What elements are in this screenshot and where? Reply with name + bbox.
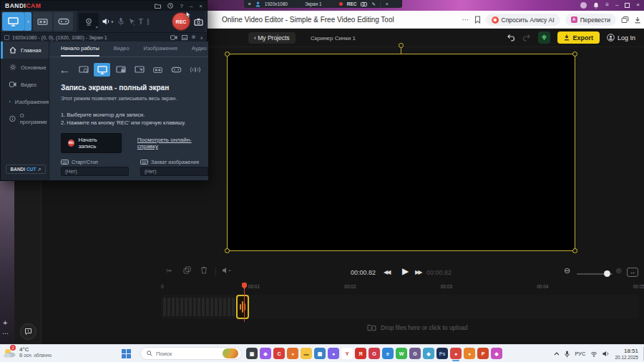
game-recording-mode-button[interactable] — [54, 12, 73, 31]
app-edge[interactable]: e — [382, 348, 394, 359]
app-krita[interactable]: ◆ — [491, 348, 502, 359]
my-projects-back-button[interactable]: ‹ My Projects — [248, 32, 296, 44]
screenshot-button[interactable] — [194, 18, 203, 26]
app-whatsapp[interactable]: W — [396, 348, 407, 359]
collections-icon[interactable] — [621, 16, 629, 24]
cut-icon[interactable]: ✂ — [166, 267, 172, 275]
more-actions-icon[interactable]: ⋯ — [462, 16, 469, 24]
sidebar-item-home[interactable]: Главная — [1, 41, 49, 59]
bookmark-icon[interactable] — [474, 16, 481, 24]
bandicam-titlebar[interactable]: BANDICAM ? – × — [1, 1, 207, 11]
window-minimize-button[interactable]: – — [615, 1, 618, 9]
app-explorer[interactable]: ▬ — [301, 348, 312, 359]
zoom-out-icon[interactable]: ⊖ — [564, 266, 570, 275]
pause-button[interactable]: ∥ — [147, 18, 150, 25]
recording-clip[interactable] — [236, 295, 249, 319]
tab-getting-started[interactable]: Начало работы — [61, 45, 99, 57]
chat-help-button[interactable] — [20, 323, 36, 340]
app-yandex-start[interactable]: Я — [355, 348, 366, 359]
active-tab-title[interactable]: Online Video Editor - Simple & Free Vide… — [222, 16, 394, 24]
app-blender[interactable]: ● — [464, 348, 475, 359]
taskbar-clock[interactable]: 18:51 20.12.2025 — [615, 348, 638, 361]
draw-pencil-icon[interactable]: ✎ — [371, 1, 375, 7]
language-indicator[interactable]: РУС — [575, 351, 585, 357]
next-frame-icon[interactable]: ▶▶ — [415, 269, 421, 275]
webcam-off-button[interactable]: × — [79, 13, 99, 30]
app-ccleaner[interactable]: C — [273, 348, 285, 359]
sidebar-item-about[interactable]: О программе — [1, 110, 49, 127]
mouse-click-effect-button[interactable] — [128, 18, 135, 26]
weather-widget[interactable]: 2 4°C В осн. облачно — [3, 346, 52, 358]
premium-gem-icon[interactable] — [538, 31, 550, 44]
search-highlight-image[interactable] — [223, 348, 238, 358]
microphone-tray-icon[interactable] — [565, 351, 570, 358]
redo-icon[interactable] — [522, 34, 531, 41]
target-checkbox[interactable] — [4, 35, 9, 40]
taskbar-search[interactable]: Поиск — [140, 347, 242, 360]
app-paint-tool[interactable]: ◆ — [423, 348, 434, 359]
prev-frame-icon[interactable]: ◀◀ — [384, 269, 389, 275]
microphone-off-button[interactable]: × — [117, 17, 125, 26]
upload-drop-zone[interactable]: Drop files here or click to upload — [367, 323, 467, 331]
browser-menu-icon[interactable]: ≡ — [605, 1, 609, 9]
device-recording-mode-button[interactable] — [33, 12, 52, 31]
help-icon[interactable]: ? — [180, 3, 182, 9]
app-powerpoint[interactable]: P — [477, 348, 489, 359]
text-overlay-button[interactable]: T — [139, 18, 143, 26]
ask-alice-button[interactable]: Спросить Алису AI — [486, 14, 560, 26]
audio-only-mode-icon[interactable] — [187, 63, 203, 77]
window-close-button[interactable]: × — [636, 1, 640, 9]
around-mouse-mode-icon[interactable] — [131, 63, 147, 77]
delete-icon[interactable] — [200, 266, 208, 274]
hotkey-capture-image-input[interactable]: (Нет) — [140, 167, 208, 176]
area-select-mode-icon[interactable] — [75, 63, 92, 77]
tab-video[interactable]: Видео — [114, 45, 130, 57]
sidebar-item-general[interactable]: Основные — [1, 59, 49, 76]
app-alice[interactable]: ● — [328, 348, 339, 359]
start-button[interactable] — [122, 349, 131, 358]
locked-screen-mode-icon[interactable] — [112, 63, 129, 77]
volume-icon[interactable] — [222, 267, 231, 274]
video-canvas[interactable] — [227, 54, 575, 251]
plus-icon[interactable]: + — [3, 318, 7, 327]
mode-dropdown-caret[interactable]: ∨ — [24, 12, 31, 31]
add-icon[interactable]: ⊕ — [192, 34, 196, 40]
device-mode-icon[interactable] — [150, 63, 166, 77]
tab-audio[interactable]: Аудио — [192, 45, 207, 57]
menu-icon[interactable]: ≡ — [248, 1, 251, 6]
playhead-line[interactable] — [244, 283, 245, 322]
app-yandex-search[interactable]: Y — [341, 348, 353, 359]
app-opera[interactable]: O — [369, 348, 380, 359]
app-store[interactable]: ▦ — [314, 348, 326, 359]
bandicam-minimize-button[interactable]: – — [190, 3, 192, 9]
collapse-icon[interactable]: ∧ — [200, 35, 203, 40]
hidden-icons-chevron[interactable] — [554, 352, 560, 356]
export-button[interactable]: Export — [557, 31, 600, 44]
notifications-bell-icon[interactable] — [593, 2, 599, 9]
undo-icon[interactable] — [507, 34, 515, 41]
task-view-button[interactable]: ▣ — [246, 348, 258, 359]
timeline-ruler[interactable]: 0 00:01 00:02 00:03 00:04 00:05 — [161, 284, 644, 289]
fit-timeline-icon[interactable]: ↔ — [627, 268, 638, 277]
hotkey-start-stop-input[interactable]: (Нет) — [61, 167, 129, 176]
resize-handle-top-right[interactable] — [572, 52, 577, 57]
duplicate-icon[interactable] — [183, 266, 191, 274]
resize-handle-bottom-right[interactable] — [572, 248, 577, 253]
app-gimp[interactable]: G — [409, 348, 421, 359]
timeline-zoom-knob[interactable] — [604, 270, 610, 277]
history-clock-icon[interactable] — [167, 3, 173, 9]
more-dots-icon[interactable]: ⋯ — [2, 330, 9, 337]
game-mode-icon[interactable] — [168, 63, 185, 77]
app-telegram[interactable]: ◆ — [260, 348, 271, 359]
bandicam-close-button[interactable]: × — [199, 3, 203, 9]
rotate-handle[interactable] — [399, 43, 404, 48]
network-icon[interactable] — [590, 351, 597, 357]
resize-handle-bottom-left[interactable] — [225, 248, 230, 253]
app-compass[interactable]: ● — [287, 348, 298, 359]
app-photoshop[interactable]: Ps — [436, 348, 448, 359]
zoom-in-icon[interactable]: ⊕ — [615, 266, 622, 275]
image-file-icon[interactable] — [182, 35, 187, 40]
play-icon[interactable]: ▶ — [402, 266, 409, 276]
browser-profile-avatar[interactable] — [580, 2, 587, 9]
speaker-on-button[interactable]: ∨ — [102, 18, 114, 25]
